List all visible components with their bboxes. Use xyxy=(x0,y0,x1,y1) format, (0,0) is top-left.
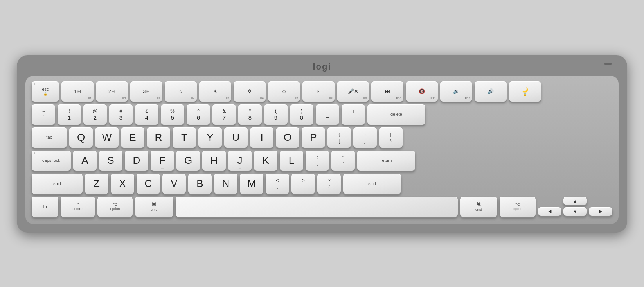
caps-lock-key[interactable]: caps lock xyxy=(32,151,71,171)
space-key[interactable] xyxy=(176,197,458,217)
f3-key[interactable]: 3⊞ F3 xyxy=(130,81,162,102)
minus-key[interactable]: − − xyxy=(316,104,339,125)
f6-key[interactable]: 🎙 F6 xyxy=(234,81,266,102)
delete-key[interactable]: delete xyxy=(367,104,425,125)
fn-key[interactable]: fn xyxy=(32,197,58,217)
keyboard: logi esc 🔒 1⊞ F1 2⊞ F2 3⊞ F3 ☼ xyxy=(17,55,627,233)
asdf-row: caps lock A S D F — G H J — xyxy=(32,151,612,171)
right-cmd-key[interactable]: ⌘ cmd xyxy=(460,197,497,217)
arrow-down-key[interactable]: ▼ xyxy=(563,207,587,216)
e-key[interactable]: E xyxy=(121,127,144,148)
brand-logo: logi xyxy=(25,62,619,72)
s-key[interactable]: S xyxy=(99,151,122,171)
esc-key[interactable]: esc 🔒 xyxy=(32,81,59,102)
f5-key[interactable]: ☀ F5 xyxy=(199,81,231,102)
quote-key[interactable]: " ' xyxy=(331,151,355,171)
function-row: esc 🔒 1⊞ F1 2⊞ F2 3⊞ F3 ☼ F4 ☀ F5 xyxy=(32,81,612,102)
vol-up-key[interactable]: 🔊 xyxy=(475,81,507,102)
keyboard-body: esc 🔒 1⊞ F1 2⊞ F2 3⊞ F3 ☼ F4 ☀ F5 xyxy=(25,76,619,224)
o-key[interactable]: O xyxy=(276,127,299,148)
f9-key[interactable]: 🎤✕ F9 xyxy=(337,81,369,102)
arrow-key-group: ▲ ◀ ▼ ▶ xyxy=(538,197,612,217)
l-key[interactable]: L xyxy=(280,151,303,171)
h-key[interactable]: H xyxy=(202,151,226,171)
1-key[interactable]: ! 1 xyxy=(58,104,81,125)
left-option-key[interactable]: ⌥ option xyxy=(97,197,133,217)
backtick-key[interactable]: ~ ` xyxy=(32,104,55,125)
x-key[interactable]: X xyxy=(111,174,134,194)
equals-key[interactable]: + = xyxy=(342,104,365,125)
return-key[interactable]: return xyxy=(357,151,415,171)
j-key[interactable]: J — xyxy=(228,151,252,171)
qwerty-row: tab Q W E R T Y U I xyxy=(32,127,612,148)
w-key[interactable]: W xyxy=(95,127,119,148)
b-key[interactable]: B xyxy=(188,174,212,194)
8-key[interactable]: * 8 xyxy=(238,104,262,125)
k-key[interactable]: K xyxy=(254,151,277,171)
semicolon-key[interactable]: : ; xyxy=(306,151,329,171)
d-key[interactable]: D xyxy=(125,151,148,171)
r-key[interactable]: R xyxy=(147,127,170,148)
slash-key[interactable]: ? / xyxy=(317,174,341,194)
5-key[interactable]: % 5 xyxy=(161,104,184,125)
g-key[interactable]: G xyxy=(176,151,200,171)
z-key[interactable]: Z xyxy=(85,174,108,194)
right-option-key[interactable]: ⌥ option xyxy=(500,197,536,217)
zxcv-row: shift Z X C V B N M xyxy=(32,174,612,194)
0-key[interactable]: ) 0 xyxy=(290,104,313,125)
3-key[interactable]: # 3 xyxy=(109,104,133,125)
left-shift-key[interactable]: shift xyxy=(32,174,83,194)
arrow-right-key[interactable]: ▶ xyxy=(589,207,612,216)
lbracket-key[interactable]: { [ xyxy=(327,127,351,148)
f1-key[interactable]: 1⊞ F1 xyxy=(61,81,94,102)
bottom-row: fn ⌃ control ⌥ option ⌘ cmd xyxy=(32,197,612,217)
i-key[interactable]: I xyxy=(250,127,273,148)
f8-key[interactable]: ⊡ F8 xyxy=(302,81,335,102)
n-key[interactable]: N xyxy=(214,174,237,194)
u-key[interactable]: U xyxy=(224,127,248,148)
f10-key[interactable]: ⏭ F10 xyxy=(371,81,403,102)
a-key[interactable]: A xyxy=(73,151,97,171)
t-key[interactable]: T xyxy=(173,127,196,148)
arrow-up-key[interactable]: ▲ xyxy=(563,197,587,205)
y-key[interactable]: Y xyxy=(198,127,222,148)
f7-key[interactable]: ☺ F7 xyxy=(268,81,300,102)
f4-key[interactable]: ☼ F4 xyxy=(165,81,197,102)
f-key[interactable]: F — xyxy=(151,151,174,171)
arrow-left-key[interactable]: ◀ xyxy=(538,207,561,216)
rbracket-key[interactable]: } ] xyxy=(353,127,377,148)
c-key[interactable]: C xyxy=(137,174,160,194)
m-key[interactable]: M xyxy=(240,174,263,194)
p-key[interactable]: P xyxy=(302,127,325,148)
v-key[interactable]: V xyxy=(162,174,186,194)
right-shift-key[interactable]: shift xyxy=(343,174,401,194)
f11-key[interactable]: 🔇 F11 xyxy=(406,81,438,102)
sleep-key[interactable]: 🌙 🔒 xyxy=(509,81,541,102)
q-key[interactable]: Q xyxy=(69,127,93,148)
led-indicator xyxy=(604,63,612,65)
7-key[interactable]: & 7 xyxy=(212,104,236,125)
9-key[interactable]: ( 9 xyxy=(264,104,288,125)
f2-key[interactable]: 2⊞ F2 xyxy=(96,81,128,102)
period-key[interactable]: > . xyxy=(291,174,315,194)
2-key[interactable]: @ 2 xyxy=(83,104,107,125)
comma-key[interactable]: < , xyxy=(266,174,289,194)
f12-key[interactable]: 🔉 F12 xyxy=(440,81,472,102)
number-row: ~ ` ! 1 @ 2 # 3 xyxy=(32,104,612,125)
backslash-key[interactable]: | \ xyxy=(379,127,403,148)
control-key[interactable]: ⌃ control xyxy=(61,197,95,217)
left-cmd-key[interactable]: ⌘ cmd xyxy=(135,197,173,217)
6-key[interactable]: ^ 6 xyxy=(187,104,210,125)
4-key[interactable]: $ 4 xyxy=(135,104,158,125)
tab-key[interactable]: tab xyxy=(32,127,67,148)
